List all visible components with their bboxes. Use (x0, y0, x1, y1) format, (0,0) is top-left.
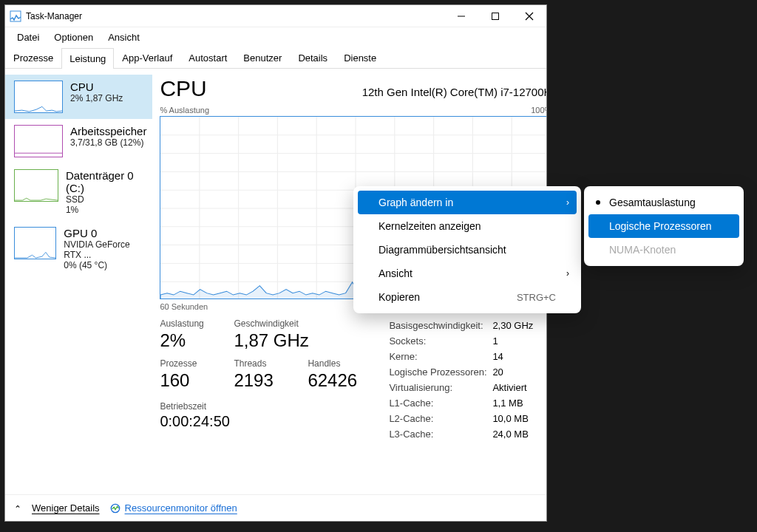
ctx-view[interactable]: Ansicht › (358, 262, 577, 285)
lp-label: Logische Prozessoren: (389, 366, 492, 378)
ctx-numa-nodes: NUMA-Knoten (588, 238, 739, 262)
l2-value: 10,0 MB (492, 413, 546, 424)
tab-services[interactable]: Dienste (336, 47, 384, 68)
ctx-kernel-times-label: Kernelzeiten anzeigen (378, 220, 481, 232)
handle-label: Handles (308, 358, 367, 369)
ctx-overview[interactable]: Diagrammübersichtsansicht (358, 238, 577, 262)
sidebar-cpu-sub: 2% 1,87 GHz (70, 93, 123, 103)
sidebar-gpu-sub1: NVIDIA GeForce RTX ... (64, 239, 146, 260)
util-label: Auslastung (160, 318, 219, 329)
ctx-copy-label: Kopieren (378, 291, 420, 303)
sidebar: CPU 2% 1,87 GHz Arbeitsspeicher 3,7/31,8… (5, 69, 152, 494)
sidebar-gpu-title: GPU 0 (64, 227, 146, 239)
bullet-icon (596, 200, 600, 205)
graph-y-label: % Auslastung (160, 106, 209, 115)
menu-options[interactable]: Optionen (47, 29, 101, 46)
ctx-copy-shortcut: STRG+C (517, 292, 556, 303)
sidebar-item-cpu[interactable]: CPU 2% 1,87 GHz (5, 75, 152, 119)
chevron-right-icon: › (566, 197, 569, 208)
close-button[interactable] (512, 5, 546, 27)
util-value: 2% (160, 330, 219, 351)
minimize-icon (457, 12, 466, 21)
ctx-logical-processors[interactable]: Logische Prozessoren (588, 214, 739, 238)
minimize-button[interactable] (444, 5, 478, 27)
tab-app-history[interactable]: App-Verlauf (114, 47, 180, 68)
graph-x-left: 60 Sekunden (160, 302, 208, 311)
handle-value: 62426 (308, 370, 367, 391)
context-submenu-graph-change: Gesamtauslastung Logische Prozessoren NU… (584, 186, 744, 266)
svg-rect-2 (492, 13, 499, 19)
thread-label: Threads (234, 358, 293, 369)
footer: ⌄ Weniger Details Ressourcenmonitor öffn… (5, 494, 546, 521)
lp-value: 20 (492, 366, 546, 378)
tab-startup[interactable]: Autostart (180, 47, 235, 68)
sidebar-item-gpu[interactable]: GPU 0 NVIDIA GeForce RTX ... 0% (45 °C) (5, 221, 152, 276)
tab-details[interactable]: Details (290, 47, 336, 68)
chevron-up-icon[interactable]: ⌄ (14, 503, 21, 514)
sidebar-mem-sub: 3,7/31,8 GB (12%) (70, 137, 146, 148)
sidebar-disk-sub1: SSD (66, 194, 146, 205)
maximize-icon (491, 12, 500, 21)
speed-value: 1,87 GHz (234, 330, 308, 351)
tabs: Prozesse Leistung App-Verlauf Autostart … (5, 47, 546, 69)
cpu-model: 12th Gen Intel(R) Core(TM) i7-12700H (362, 86, 546, 98)
maximize-button[interactable] (478, 5, 512, 27)
ctx-graph-change-label: Graph ändern in (378, 197, 453, 208)
sidebar-item-disk[interactable]: Datenträger 0 (C:) SSD 1% (5, 163, 152, 221)
sidebar-disk-sub2: 1% (66, 205, 146, 215)
memory-thumb-icon (14, 125, 63, 157)
sidebar-cpu-title: CPU (70, 81, 123, 93)
ctx-overall-label: Gesamtauslastung (609, 197, 696, 208)
chevron-right-icon: › (566, 268, 569, 279)
cores-label: Kerne: (389, 351, 492, 362)
tab-processes[interactable]: Prozesse (5, 47, 61, 68)
l1-label: L1-Cache: (389, 398, 492, 409)
proc-label: Prozesse (160, 358, 219, 369)
cpu-thumb-icon (14, 81, 63, 113)
base-speed-value: 2,30 GHz (492, 320, 546, 331)
sidebar-disk-title: Datenträger 0 (C:) (66, 169, 146, 194)
cpu-info-grid: Basisgeschwindigkeit: 2,30 GHz Sockets: … (389, 320, 546, 440)
l3-value: 24,0 MB (492, 429, 546, 440)
cores-value: 14 (492, 351, 546, 362)
sidebar-mem-title: Arbeitsspeicher (70, 125, 146, 137)
ctx-logical-label: Logische Prozessoren (609, 220, 712, 232)
disk-thumb-icon (14, 169, 58, 202)
ctx-graph-change[interactable]: Graph ändern in › (358, 191, 577, 214)
tab-users[interactable]: Benutzer (235, 47, 290, 68)
proc-value: 160 (160, 370, 219, 391)
ctx-overview-label: Diagrammübersichtsansicht (378, 244, 506, 256)
menu-file[interactable]: Datei (10, 29, 47, 46)
context-menu-graph: Graph ändern in › Kernelzeiten anzeigen … (353, 186, 581, 313)
tab-performance[interactable]: Leistung (61, 48, 114, 69)
l1-value: 1,1 MB (492, 398, 546, 409)
ctx-view-label: Ansicht (378, 267, 413, 279)
resmon-icon (110, 503, 120, 514)
menubar: Datei Optionen Ansicht (5, 27, 546, 47)
speed-label: Geschwindigkeit (234, 318, 308, 329)
window-title: Task-Manager (26, 11, 444, 21)
virt-label: Virtualisierung: (389, 382, 492, 393)
thread-value: 2193 (234, 370, 293, 391)
fewer-details-link[interactable]: Weniger Details (32, 502, 100, 514)
ctx-overall-util[interactable]: Gesamtauslastung (588, 191, 739, 214)
base-speed-label: Basisgeschwindigkeit: (389, 320, 492, 331)
ctx-numa-label: NUMA-Knoten (609, 244, 676, 256)
page-title: CPU (160, 76, 206, 101)
gpu-thumb-icon (14, 227, 56, 259)
sockets-value: 1 (492, 335, 546, 347)
virt-value: Aktiviert (492, 382, 546, 393)
graph-y-max: 100% (531, 106, 546, 115)
menu-view[interactable]: Ansicht (101, 29, 147, 46)
app-icon (10, 10, 21, 22)
uptime-value: 0:00:24:50 (160, 413, 367, 430)
l2-label: L2-Cache: (389, 413, 492, 424)
ctx-copy[interactable]: Kopieren STRG+C (358, 285, 577, 309)
sockets-label: Sockets: (389, 335, 492, 347)
sidebar-gpu-sub2: 0% (45 °C) (64, 260, 146, 270)
ctx-kernel-times[interactable]: Kernelzeiten anzeigen (358, 214, 577, 238)
uptime-label: Betriebszeit (160, 401, 367, 412)
titlebar: Task-Manager (5, 5, 546, 27)
sidebar-item-memory[interactable]: Arbeitsspeicher 3,7/31,8 GB (12%) (5, 119, 152, 163)
resource-monitor-link[interactable]: Ressourcenmonitor öffnen (125, 502, 237, 514)
